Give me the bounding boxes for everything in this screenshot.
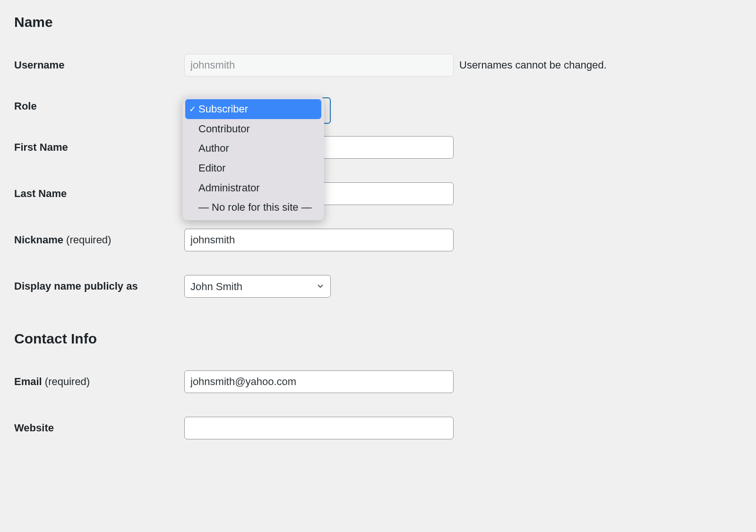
- nickname-input[interactable]: [184, 229, 454, 251]
- role-option-editor[interactable]: Editor: [185, 158, 321, 178]
- nickname-label-text: Nickname: [14, 234, 63, 246]
- role-option-subscriber[interactable]: Subscriber: [185, 99, 321, 119]
- username-row: Username Usernames cannot be changed.: [14, 54, 742, 77]
- nickname-label: Nickname (required): [14, 234, 184, 246]
- display-name-select[interactable]: John Smith: [184, 275, 331, 298]
- website-input[interactable]: [184, 417, 454, 439]
- website-label: Website: [14, 422, 184, 434]
- display-name-label: Display name publicly as: [14, 280, 184, 292]
- role-label: Role: [14, 100, 184, 112]
- display-name-row: Display name publicly as John Smith: [14, 275, 742, 298]
- last-name-label: Last Name: [14, 188, 184, 200]
- role-row: Role Subscriber Contributor Author Edito…: [14, 100, 742, 112]
- first-name-row: First Name: [14, 136, 742, 159]
- first-name-label: First Name: [14, 141, 184, 154]
- role-dropdown-menu[interactable]: Subscriber Contributor Author Editor Adm…: [182, 96, 324, 220]
- username-hint: Usernames cannot be changed.: [459, 59, 607, 71]
- role-option-contributor[interactable]: Contributor: [185, 119, 321, 139]
- email-label-text: Email: [14, 376, 42, 387]
- email-required-text: (required): [42, 376, 90, 387]
- website-row: Website: [14, 417, 742, 439]
- email-row: Email (required): [14, 370, 742, 393]
- username-input: [184, 54, 454, 77]
- username-label: Username: [14, 59, 184, 71]
- role-option-author[interactable]: Author: [185, 138, 321, 158]
- email-input[interactable]: [184, 370, 454, 393]
- contact-section-heading: Contact Info: [14, 331, 742, 347]
- role-option-none[interactable]: — No role for this site —: [185, 197, 321, 217]
- nickname-row: Nickname (required): [14, 229, 742, 251]
- name-section-heading: Name: [14, 14, 742, 30]
- nickname-required-text: (required): [63, 234, 111, 246]
- email-label: Email (required): [14, 376, 184, 388]
- role-option-administrator[interactable]: Administrator: [185, 178, 321, 198]
- last-name-row: Last Name: [14, 182, 742, 205]
